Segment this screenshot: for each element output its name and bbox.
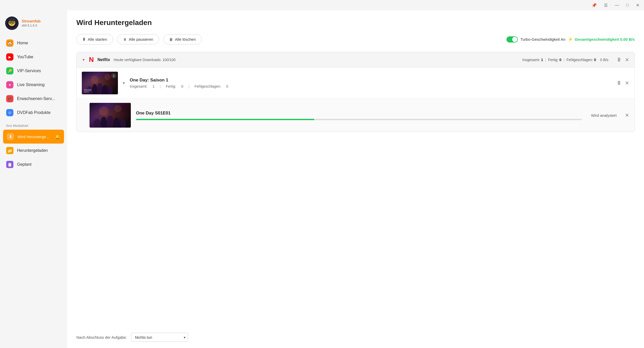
turbo-toggle[interactable] xyxy=(506,36,518,43)
done-value: 0 xyxy=(559,58,561,62)
progress-bar xyxy=(136,119,582,120)
planned-icon: 📋 xyxy=(6,161,13,168)
svg-point-11 xyxy=(108,87,113,94)
episode-info: One Day S01E01 xyxy=(136,111,582,120)
delete-all-label: Alle löschen xyxy=(175,37,196,42)
episode-close-button[interactable]: ✕ xyxy=(625,112,629,118)
season-lines-icon xyxy=(84,89,92,92)
season-collapse-button[interactable]: ▼ xyxy=(122,81,126,85)
season-pause-button[interactable]: ⏸ xyxy=(616,80,622,86)
page-title: Wird Heruntergeladen xyxy=(76,19,635,27)
adult-icon: 🔞 xyxy=(6,95,13,102)
downloading-icon: ⬇ xyxy=(7,133,14,140)
after-task-select[interactable]: Nichts tun Computer herunterfahren Schla… xyxy=(131,333,188,342)
youtube-label: YouTube xyxy=(17,55,33,59)
netflix-collapse-button[interactable]: ▼ xyxy=(82,58,85,62)
planned-label: Geplant xyxy=(17,162,31,167)
svg-point-5 xyxy=(10,22,11,23)
downloading-label: Wird Heruntergeladen xyxy=(18,135,51,139)
app-logo xyxy=(5,16,19,30)
pause-all-label: Alle pausieren xyxy=(129,37,153,42)
sidebar-item-youtube[interactable]: ▶ YouTube xyxy=(0,50,67,64)
season-close-button[interactable]: ✕ xyxy=(625,80,629,86)
svg-point-18 xyxy=(120,119,126,128)
pause-all-button[interactable]: ⏸ Alle pausieren xyxy=(117,34,159,44)
svg-point-6 xyxy=(13,22,14,23)
vip-label: VIP-Services xyxy=(17,69,41,73)
netflix-service-name: Netflix xyxy=(98,57,110,62)
bottom-bar: Nach Abschluss der Aufgabe: Nichts tun C… xyxy=(76,327,635,342)
netflix-stats: Insgesamt: 1 | Fertig: 0 | Fehlgeschlage… xyxy=(522,58,609,62)
svg-point-9 xyxy=(97,83,103,94)
svg-point-14 xyxy=(94,119,101,128)
after-task-label: Nach Abschluss der Aufgabe: xyxy=(76,335,127,339)
season-info: One Day: Saison 1 Insgesamt: 1 | Fertig:… xyxy=(130,78,612,88)
season-stats: Insgesamt: 1 | Fertig: 0 | Fehlgeschlage… xyxy=(130,84,612,88)
live-label: Live Streaming xyxy=(17,82,45,87)
sidebar: Streamfab x64 6.1.6.3 🏠 Home ▶ YouTube 🔑… xyxy=(0,10,67,348)
pause-icon: ⏸ xyxy=(123,37,127,42)
sidebar-item-adult[interactable]: 🔞 Erwachsenen-Serv... xyxy=(0,92,67,106)
season-failed-value: 0 xyxy=(226,84,228,88)
turbo-label: Turbo-Geschwindigkeit An xyxy=(520,37,566,42)
start-all-button[interactable]: ⬇ Alle starten xyxy=(76,34,113,45)
menu-button[interactable]: ☰ xyxy=(602,2,609,9)
home-icon: 🏠 xyxy=(6,39,13,47)
library-section-label: Ihre Mediathek xyxy=(0,120,67,130)
netflix-pause-button[interactable]: ⏸ xyxy=(616,56,622,63)
season-badge: 1 xyxy=(111,73,116,78)
dvdfab-label: DVDFab Produkte xyxy=(17,110,51,115)
app-name: Streamfab x64 6.1.6.3 xyxy=(22,19,41,28)
progress-bar-fill xyxy=(136,119,314,120)
titlebar: 📌 ☰ — □ ✕ xyxy=(0,0,644,10)
netflix-downloads-available: Heute verfügbare Downloads: 100/100 xyxy=(114,58,176,62)
total-label: Insgesamt: xyxy=(522,58,540,62)
main-content: Wird Heruntergeladen ⬇ Alle starten ⏸ Al… xyxy=(67,10,644,348)
svg-point-19 xyxy=(99,106,108,116)
episode-row: One Day S01E01 Wird analysiert ✕ xyxy=(77,99,634,132)
adult-label: Erwachsenen-Serv... xyxy=(17,96,55,101)
downloaded-icon: 📁 xyxy=(6,147,13,154)
live-icon: ♥ xyxy=(6,81,13,88)
episode-name: One Day S01E01 xyxy=(136,111,582,116)
netflix-logo: N xyxy=(89,56,94,64)
sidebar-item-home[interactable]: 🏠 Home xyxy=(0,36,67,50)
start-all-label: Alle starten xyxy=(88,37,107,42)
toolbar: ⬇ Alle starten ⏸ Alle pausieren 🗑 Alle l… xyxy=(76,34,635,45)
svg-point-8 xyxy=(92,84,97,94)
streamfab-label: Streamfab xyxy=(22,19,41,23)
netflix-section-actions: ⏸ ✕ xyxy=(616,56,629,63)
sidebar-item-vip[interactable]: 🔑 VIP-Services xyxy=(0,64,67,78)
minimize-button[interactable]: — xyxy=(613,2,621,9)
failed-value: 0 xyxy=(594,58,596,62)
total-value: 1 xyxy=(541,58,543,62)
sidebar-item-downloaded[interactable]: 📁 Heruntergeladen xyxy=(0,144,67,158)
season-row: 1 ▼ One Day: Saison 1 Insgesamt: 1 xyxy=(77,68,634,99)
season-actions: ⏸ ✕ xyxy=(616,80,629,86)
season-done-value: 0 xyxy=(181,84,183,88)
downloaded-label: Heruntergeladen xyxy=(17,148,48,153)
sidebar-item-planned[interactable]: 📋 Geplant xyxy=(0,158,67,171)
trash-icon: 🗑 xyxy=(169,37,173,42)
season-total-value: 1 xyxy=(152,84,155,88)
episode-thumbnail xyxy=(90,103,131,128)
failed-label: Fehlgeschlagen: xyxy=(567,58,593,62)
close-button[interactable]: ✕ xyxy=(634,2,641,9)
netflix-header: ▼ N Netflix Heute verfügbare Downloads: … xyxy=(77,52,634,68)
svg-point-20 xyxy=(114,105,122,112)
after-task-select-wrapper[interactable]: Nichts tun Computer herunterfahren Schla… xyxy=(131,333,188,342)
season-done-label: Fertig: xyxy=(166,84,176,88)
turbo-area: Turbo-Geschwindigkeit An ⚡ Gesamtgeschwi… xyxy=(506,36,635,43)
sidebar-item-live[interactable]: ♥ Live Streaming xyxy=(0,78,67,92)
speed-label: Gesamtgeschwindigkeit 0.00 B/s xyxy=(575,37,635,42)
sidebar-item-downloading[interactable]: ⬇ Wird Heruntergeladen 🔔 xyxy=(3,130,64,144)
pin-button[interactable]: 📌 xyxy=(590,2,598,9)
download-icon: ⬇ xyxy=(82,37,86,42)
sidebar-item-dvdfab[interactable]: ⊙ DVDFab Produkte xyxy=(0,106,67,120)
season-failed-label: Fehlgeschlagen: xyxy=(195,84,221,88)
maximize-button[interactable]: □ xyxy=(625,2,630,9)
delete-all-button[interactable]: 🗑 Alle löschen xyxy=(163,34,202,44)
netflix-close-button[interactable]: ✕ xyxy=(625,57,629,63)
svg-point-17 xyxy=(114,118,120,128)
home-label: Home xyxy=(17,41,28,45)
